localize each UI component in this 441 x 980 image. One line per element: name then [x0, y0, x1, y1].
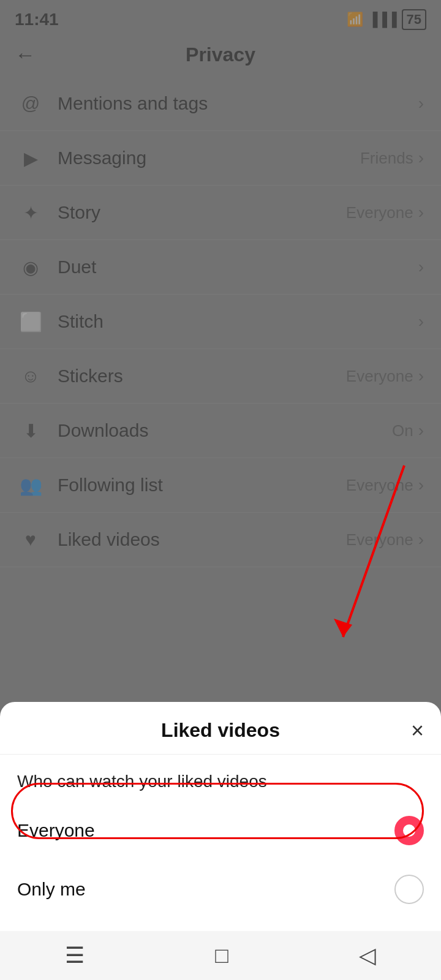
option-onlyme-radio[interactable]: [394, 875, 424, 904]
stitch-label: Stitch: [58, 311, 104, 332]
page-title: Privacy: [186, 43, 255, 66]
status-time: 11:41: [15, 10, 59, 29]
duet-chevron: ›: [418, 257, 424, 277]
close-button[interactable]: ×: [411, 718, 424, 744]
wifi-icon: 📶: [347, 12, 363, 28]
settings-item-following[interactable]: 👥Following listEveryone›: [0, 458, 441, 513]
liked-value: Everyone: [346, 530, 413, 549]
following-chevron: ›: [418, 475, 424, 495]
option-everyone-radio[interactable]: [394, 816, 424, 845]
option-onlyme-label: Only me: [17, 879, 86, 900]
stitch-icon: ⬜: [17, 308, 44, 335]
back-icon[interactable]: ◁: [359, 943, 376, 968]
status-icons: 📶 ▐▐▐ 75: [347, 9, 426, 30]
messaging-chevron: ›: [418, 148, 424, 168]
option-everyone-radio-inner: [403, 824, 415, 837]
story-chevron: ›: [418, 203, 424, 222]
bottom-nav: ☰ □ ◁: [0, 931, 441, 980]
sheet-header: Liked videos ×: [0, 702, 441, 755]
downloads-chevron: ›: [418, 421, 424, 440]
story-value: Everyone: [346, 203, 413, 222]
story-icon: ✦: [17, 199, 44, 226]
back-button[interactable]: ←: [15, 43, 36, 67]
following-value: Everyone: [346, 476, 413, 495]
settings-item-duet[interactable]: ◉Duet›: [0, 240, 441, 295]
settings-item-liked[interactable]: ♥Liked videosEveryone›: [0, 513, 441, 567]
sheet-title: Liked videos: [161, 719, 280, 742]
option-onlyme[interactable]: Only me: [0, 860, 441, 919]
story-label: Story: [58, 202, 100, 223]
sheet-options: EveryoneOnly me: [0, 801, 441, 919]
settings-item-mentions[interactable]: @Mentions and tags›: [0, 77, 441, 131]
mentions-label: Mentions and tags: [58, 93, 208, 114]
following-label: Following list: [58, 475, 163, 496]
settings-item-stitch[interactable]: ⬜Stitch›: [0, 295, 441, 349]
settings-list: @Mentions and tags›▶MessagingFriends›✦St…: [0, 77, 441, 567]
status-bar: 11:41 📶 ▐▐▐ 75: [0, 0, 441, 37]
mentions-chevron: ›: [418, 94, 424, 113]
messaging-label: Messaging: [58, 148, 146, 168]
mentions-icon: @: [17, 90, 44, 117]
settings-item-downloads[interactable]: ⬇DownloadsOn›: [0, 404, 441, 458]
liked-label: Liked videos: [58, 529, 160, 550]
option-everyone[interactable]: Everyone: [0, 801, 441, 860]
messaging-value: Friends: [360, 149, 413, 168]
menu-icon[interactable]: ☰: [65, 943, 85, 968]
downloads-value: On: [392, 421, 413, 440]
messaging-icon: ▶: [17, 145, 44, 172]
top-nav: ← Privacy: [0, 37, 441, 77]
downloads-label: Downloads: [58, 420, 148, 441]
liked-chevron: ›: [418, 530, 424, 549]
settings-item-story[interactable]: ✦StoryEveryone›: [0, 186, 441, 240]
duet-label: Duet: [58, 257, 96, 277]
liked-icon: ♥: [17, 526, 44, 553]
stickers-icon: ☺: [17, 363, 44, 390]
home-icon[interactable]: □: [215, 943, 228, 968]
settings-item-stickers[interactable]: ☺StickersEveryone›: [0, 349, 441, 404]
downloads-icon: ⬇: [17, 417, 44, 444]
sheet-subtitle: Who can watch your liked videos: [0, 755, 441, 801]
signal-icon: ▐▐▐: [368, 12, 397, 28]
battery-indicator: 75: [402, 9, 426, 30]
option-everyone-label: Everyone: [17, 820, 95, 841]
bottom-sheet: Liked videos × Who can watch your liked …: [0, 702, 441, 931]
following-icon: 👥: [17, 472, 44, 499]
stitch-chevron: ›: [418, 312, 424, 331]
stickers-label: Stickers: [58, 366, 123, 386]
settings-item-messaging[interactable]: ▶MessagingFriends›: [0, 131, 441, 186]
duet-icon: ◉: [17, 254, 44, 281]
stickers-value: Everyone: [346, 367, 413, 386]
svg-marker-1: [334, 619, 352, 637]
stickers-chevron: ›: [418, 366, 424, 386]
